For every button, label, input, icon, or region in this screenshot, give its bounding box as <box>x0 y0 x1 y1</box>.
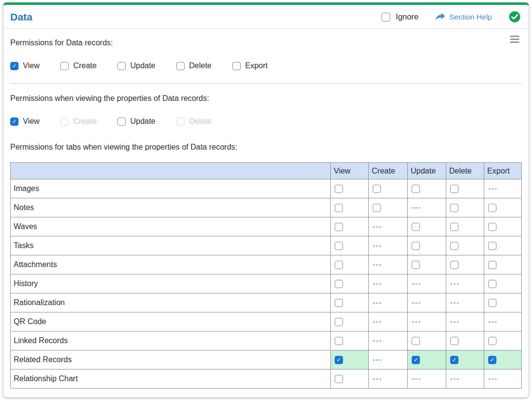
checkbox-unchecked[interactable] <box>232 62 241 70</box>
checkbox-unchecked[interactable] <box>488 337 496 345</box>
section-header: Data Ignore Section Help <box>3 5 529 29</box>
permission-cell[interactable] <box>484 331 522 350</box>
permission-cell[interactable] <box>369 179 408 198</box>
permission-cell[interactable] <box>408 236 446 255</box>
checkbox-unchecked[interactable] <box>335 261 343 269</box>
permission-cell[interactable] <box>446 198 484 217</box>
checkbox-unchecked[interactable] <box>488 242 496 250</box>
checkbox-unchecked[interactable] <box>488 204 496 212</box>
permission-cell[interactable] <box>331 236 369 255</box>
checkbox-unchecked[interactable] <box>335 337 343 345</box>
checkbox-checked[interactable] <box>412 356 420 364</box>
checkbox-unchecked[interactable] <box>335 204 343 212</box>
permission-cell[interactable] <box>408 179 446 198</box>
checkbox-checked[interactable] <box>450 356 458 364</box>
checkbox-unchecked[interactable] <box>335 242 343 250</box>
checkbox-unchecked[interactable] <box>488 261 496 269</box>
permission-checkbox-view[interactable]: View <box>10 117 39 126</box>
tabs-permissions-heading: Permissions for tabs when viewing the pr… <box>10 126 522 152</box>
checkbox-unchecked[interactable] <box>335 185 343 193</box>
permission-cell[interactable] <box>369 198 408 217</box>
checkbox-unchecked[interactable] <box>450 261 458 269</box>
checkbox-unchecked[interactable] <box>488 280 496 288</box>
checkbox-unchecked[interactable] <box>412 223 420 231</box>
permission-checkbox-update[interactable]: Update <box>117 117 155 126</box>
permission-cell[interactable] <box>331 293 369 312</box>
not-applicable-text: --- <box>373 241 382 250</box>
checkbox-unchecked[interactable] <box>176 62 185 70</box>
row-label: Waves <box>11 217 331 236</box>
permission-cell[interactable] <box>331 350 369 369</box>
permission-cell[interactable] <box>331 198 369 217</box>
permission-cell[interactable] <box>331 312 369 331</box>
permission-cell[interactable] <box>446 217 484 236</box>
header-controls: Ignore Section Help <box>381 11 521 23</box>
permission-cell[interactable] <box>331 217 369 236</box>
section-menu-icon[interactable] <box>509 35 520 44</box>
section-help-link[interactable]: Section Help <box>435 13 492 21</box>
checkbox-unchecked[interactable] <box>412 242 420 250</box>
checkbox-unchecked[interactable] <box>412 337 420 345</box>
checkbox-unchecked[interactable] <box>335 318 343 326</box>
table-row-qr-code: QR Code------------ <box>11 312 522 331</box>
permission-cell[interactable] <box>408 331 446 350</box>
permission-cell[interactable] <box>446 331 484 350</box>
permission-cell[interactable] <box>331 179 369 198</box>
permission-cell[interactable] <box>331 255 369 274</box>
permission-cell[interactable] <box>484 236 522 255</box>
permission-checkbox-update[interactable]: Update <box>117 61 155 70</box>
permission-cell: --- <box>446 293 484 312</box>
checkbox-unchecked[interactable] <box>335 299 343 307</box>
permission-cell: --- <box>408 369 446 389</box>
forward-arrow-icon <box>435 13 445 21</box>
checkbox-unchecked[interactable] <box>488 299 496 307</box>
permissions-section-card: Data Ignore Section Help <box>3 2 529 398</box>
permission-cell: --- <box>484 179 522 198</box>
permission-cell[interactable] <box>446 255 484 274</box>
checkbox-checked[interactable] <box>10 117 19 126</box>
permission-cell[interactable] <box>484 274 522 293</box>
permission-checkbox-create[interactable]: Create <box>60 61 96 70</box>
permission-cell[interactable] <box>331 274 369 293</box>
checkbox-checked[interactable] <box>335 356 343 364</box>
checkbox-unchecked[interactable] <box>450 223 458 231</box>
checkbox-unchecked[interactable] <box>117 62 126 70</box>
permission-cell[interactable] <box>484 198 522 217</box>
checkbox-unchecked[interactable] <box>335 223 343 231</box>
checkbox-unchecked[interactable] <box>450 242 458 250</box>
checkbox-unchecked[interactable] <box>412 185 420 193</box>
ignore-checkbox-group[interactable]: Ignore <box>381 12 418 21</box>
checkbox-unchecked[interactable] <box>412 261 420 269</box>
ignore-checkbox[interactable] <box>381 13 390 21</box>
checkbox-unchecked[interactable] <box>450 185 458 193</box>
permission-cell[interactable] <box>408 350 446 369</box>
permission-cell[interactable] <box>446 179 484 198</box>
permission-cell[interactable] <box>484 217 522 236</box>
checkbox-unchecked[interactable] <box>117 117 126 126</box>
permission-cell[interactable] <box>484 255 522 274</box>
permission-cell[interactable] <box>446 236 484 255</box>
permission-cell[interactable] <box>484 350 522 369</box>
permission-cell[interactable] <box>331 331 369 350</box>
permission-cell[interactable] <box>331 369 369 389</box>
checkbox-unchecked[interactable] <box>373 185 381 193</box>
not-applicable-text: --- <box>412 317 421 326</box>
permission-cell: --- <box>369 255 408 274</box>
checkbox-unchecked[interactable] <box>373 204 381 212</box>
permission-checkbox-delete[interactable]: Delete <box>176 61 211 70</box>
checkbox-unchecked[interactable] <box>335 280 343 288</box>
permission-checkbox-export[interactable]: Export <box>232 61 267 70</box>
checkbox-checked[interactable] <box>10 62 19 70</box>
checkbox-unchecked[interactable] <box>450 204 458 212</box>
checkbox-unchecked[interactable] <box>488 223 496 231</box>
checkbox-unchecked[interactable] <box>450 337 458 345</box>
permission-cell[interactable] <box>408 255 446 274</box>
checkbox-unchecked[interactable] <box>335 375 343 383</box>
permission-cell[interactable] <box>408 217 446 236</box>
permission-checkbox-view[interactable]: View <box>10 61 39 70</box>
permission-cell[interactable] <box>484 293 522 312</box>
row-label: History <box>11 274 331 293</box>
checkbox-unchecked[interactable] <box>60 62 69 70</box>
permission-cell[interactable] <box>446 350 484 369</box>
checkbox-checked[interactable] <box>488 356 496 364</box>
